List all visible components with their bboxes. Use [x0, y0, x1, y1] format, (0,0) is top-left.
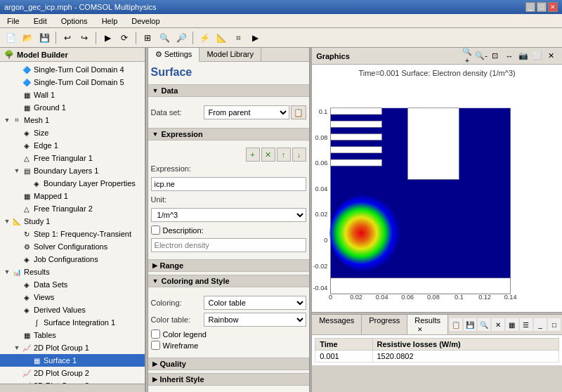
tree-item-free-tri-2[interactable]: △Free Triangular 2 — [0, 202, 145, 215]
tree-expand-icon[interactable]: ▼ — [3, 116, 11, 124]
tree-item-wall-1[interactable]: ▦Wall 1 — [0, 89, 145, 101]
tree-item-size[interactable]: ◈Size — [0, 126, 145, 139]
add-study-button[interactable]: 📐 — [214, 30, 229, 46]
tab-progress[interactable]: Progress — [362, 315, 407, 334]
minimize-button[interactable]: _ — [525, 2, 535, 12]
section-data[interactable]: ▼ Data — [148, 84, 309, 97]
close-g-btn[interactable]: ✕ — [545, 50, 558, 63]
bottom-btn-5[interactable]: ▦ — [506, 318, 518, 331]
tree-expand-icon[interactable] — [13, 91, 21, 99]
tree-item-2d-plot-1[interactable]: ▼📈2D Plot Group 1 — [0, 341, 145, 354]
tree-expand-icon[interactable]: ▼ — [13, 166, 21, 175]
add-physics-button[interactable]: ⚡ — [197, 30, 212, 46]
zoom-in-g-btn[interactable]: 🔍+ — [461, 50, 473, 63]
tree-expand-icon[interactable] — [13, 369, 21, 377]
bottom-btn-4[interactable]: ✕ — [492, 318, 504, 331]
open-button[interactable]: 📂 — [20, 30, 35, 46]
tree-expand-icon[interactable] — [13, 141, 21, 150]
tree-expand-icon[interactable]: ▼ — [3, 268, 11, 276]
tree-expand-icon[interactable] — [22, 179, 31, 188]
results-tab-close[interactable]: ✕ — [417, 326, 423, 333]
tree-expand-icon[interactable] — [13, 192, 21, 200]
tree-item-study-1[interactable]: ▼📐Study 1 — [0, 215, 145, 228]
tree-expand-icon[interactable] — [13, 255, 21, 263]
tree-expand-icon[interactable] — [13, 78, 21, 86]
tree-item-single-turn-2[interactable]: 🔷Single-Turn Coil Domain 5 — [0, 76, 145, 89]
bottom-btn-6[interactable]: ☰ — [520, 318, 532, 331]
expr-down-btn[interactable]: ↓ — [292, 148, 306, 162]
tree-expand-icon[interactable] — [13, 293, 21, 301]
desc-input[interactable] — [151, 238, 306, 252]
tree-item-tables[interactable]: ▦Tables — [0, 329, 145, 341]
tree-item-results[interactable]: ▼📊Results — [0, 266, 145, 278]
section-quality[interactable]: ▶ Quality — [148, 358, 309, 370]
dataset-btn[interactable]: 📋 — [291, 105, 306, 119]
tree-expand-icon[interactable]: ▼ — [3, 217, 11, 226]
tree-expand-icon[interactable] — [22, 318, 31, 327]
tree-item-views[interactable]: ◈Views — [0, 291, 145, 303]
zoom-fit-g-btn[interactable]: ⊡ — [489, 50, 502, 63]
unit-select[interactable]: 1/m^3 — [151, 208, 306, 222]
color-legend-checkbox[interactable] — [151, 329, 160, 339]
new-button[interactable]: 📄 — [3, 30, 18, 46]
compute-button[interactable]: ▶ — [100, 30, 115, 46]
menu-develop[interactable]: Develop — [127, 16, 164, 26]
redo-button[interactable]: ↪ — [77, 30, 92, 46]
tree-item-boundary-layers[interactable]: ▼▤Boundary Layers 1 — [0, 164, 145, 177]
close-button[interactable]: ✕ — [548, 2, 558, 12]
color-table-select[interactable]: Rainbow — [204, 313, 306, 327]
save-button[interactable]: 💾 — [37, 30, 52, 46]
expr-add-btn[interactable]: + — [246, 148, 260, 162]
bottom-btn-1[interactable]: 📋 — [450, 318, 462, 331]
bottom-btn-3[interactable]: 🔍 — [478, 318, 490, 331]
tree-item-step-1[interactable]: ↻Step 1: Frequency-Transient — [0, 228, 145, 240]
bottom-minimize[interactable]: _ — [534, 318, 547, 331]
tree-expand-icon[interactable] — [13, 154, 21, 162]
tree-expand-icon[interactable] — [13, 331, 21, 339]
tree-expand-icon[interactable] — [13, 280, 21, 289]
section-range[interactable]: ▶ Range — [148, 259, 309, 272]
tree-item-mapped-1[interactable]: ▦Mapped 1 — [0, 190, 145, 202]
expr-up-btn[interactable]: ↑ — [277, 148, 291, 162]
build-mesh-button[interactable]: ⌗ — [230, 30, 246, 46]
tree-expand-icon[interactable] — [13, 129, 21, 137]
tab-model-library[interactable]: Model Library — [200, 48, 261, 61]
zoom-out-button[interactable]: 🔎 — [174, 30, 189, 46]
expr-input[interactable] — [151, 177, 306, 191]
zoom-fit-button[interactable]: ⊞ — [140, 30, 155, 46]
zoom-width-btn[interactable]: ↔ — [503, 50, 516, 63]
menu-file[interactable]: File — [3, 16, 24, 26]
tree-expand-icon[interactable] — [22, 356, 31, 365]
model-tree[interactable]: 🔷Single-Turn Coil Domain 4🔷Single-Turn C… — [0, 62, 145, 384]
tree-expand-icon[interactable]: ▼ — [13, 344, 21, 352]
maximize-button[interactable]: □ — [537, 2, 547, 12]
tree-expand-icon[interactable] — [13, 242, 21, 251]
tree-expand-icon[interactable] — [13, 230, 21, 238]
bottom-maximize[interactable]: □ — [548, 318, 561, 331]
zoom-in-button[interactable]: 🔍 — [157, 30, 172, 46]
tree-item-bl-props[interactable]: ◈Boundary Layer Properties — [0, 177, 145, 190]
bottom-btn-2[interactable]: 💾 — [464, 318, 476, 331]
menu-help[interactable]: Help — [98, 16, 122, 26]
tree-item-solver-config[interactable]: ⚙Solver Configurations — [0, 240, 145, 253]
tree-item-ground-1[interactable]: ▦Ground 1 — [0, 101, 145, 114]
section-inherit[interactable]: ▶ Inherit Style — [148, 373, 309, 386]
menu-options[interactable]: Options — [57, 16, 92, 26]
export-g-btn[interactable]: 📷 — [517, 50, 530, 63]
section-coloring[interactable]: ▼ Coloring and Style — [148, 275, 309, 287]
wireframe-checkbox[interactable] — [151, 341, 160, 350]
tab-messages[interactable]: Messages — [312, 315, 362, 334]
tree-item-edge-1[interactable]: ◈Edge 1 — [0, 139, 145, 152]
tree-item-2d-plot-2[interactable]: 📈2D Plot Group 2 — [0, 367, 145, 379]
tree-expand-icon[interactable] — [13, 65, 21, 74]
desc-checkbox[interactable] — [151, 226, 160, 235]
dataset-select[interactable]: From parent — [204, 105, 289, 119]
section-expression[interactable]: ▼ Expression — [148, 128, 309, 141]
expr-del-btn[interactable]: ✕ — [261, 148, 275, 162]
tab-settings[interactable]: ⚙ Settings — [148, 48, 200, 62]
tree-item-single-turn-1[interactable]: 🔷Single-Turn Coil Domain 4 — [0, 63, 145, 76]
update-button[interactable]: ⟳ — [117, 30, 132, 46]
left-panel-scrollbar[interactable] — [0, 384, 145, 392]
tree-item-data-sets[interactable]: ◈Data Sets — [0, 278, 145, 291]
undo-button[interactable]: ↩ — [60, 30, 75, 46]
